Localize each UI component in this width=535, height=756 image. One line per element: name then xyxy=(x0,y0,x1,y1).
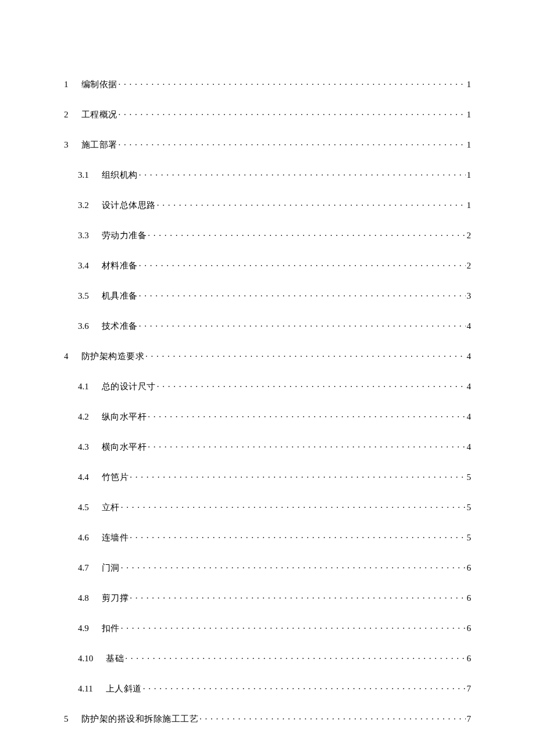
toc-entry-page: 6 xyxy=(467,623,472,633)
toc-entry-title: 施工部署 xyxy=(81,139,117,150)
toc-entry-number: 3.2 xyxy=(78,200,102,210)
toc-leader-dots xyxy=(119,78,466,87)
toc-entry-page: 4 xyxy=(467,442,472,452)
toc-entry: 4防护架构造要求4 xyxy=(64,350,471,361)
toc-entry-title: 工程概况 xyxy=(81,109,117,120)
toc-entry: 3.1组织机构1 xyxy=(78,169,471,180)
toc-entry-title: 设计总体思路 xyxy=(102,200,156,210)
toc-leader-dots xyxy=(139,290,466,299)
toc-leader-dots xyxy=(157,199,466,208)
toc-entry-page: 2 xyxy=(467,260,472,271)
toc-entry-number: 3 xyxy=(64,139,81,150)
toc-leader-dots xyxy=(125,653,465,661)
toc-entry: 4.5立杆5 xyxy=(78,501,471,513)
toc-entry: 4.9扣件6 xyxy=(78,622,471,633)
toc-entry-page: 4 xyxy=(467,411,472,422)
toc-entry-page: 2 xyxy=(467,230,472,241)
toc-entry-number: 4.11 xyxy=(78,683,106,694)
toc-entry-title: 横向水平杆 xyxy=(102,442,147,452)
toc-leader-dots xyxy=(130,471,465,480)
toc-entry-title: 立杆 xyxy=(102,502,120,513)
toc-entry-page: 5 xyxy=(467,472,472,482)
toc-entry-number: 4.9 xyxy=(78,623,102,633)
toc-entry-title: 基础 xyxy=(106,653,124,664)
toc-entry: 4.4竹笆片5 xyxy=(78,471,471,482)
toc-leader-dots xyxy=(148,230,465,238)
toc-entry-page: 1 xyxy=(467,109,472,120)
toc-entry: 3.2设计总体思路1 xyxy=(78,199,471,210)
toc-entry-page: 4 xyxy=(467,351,472,361)
toc-entry-page: 3 xyxy=(467,291,472,301)
toc-leader-dots xyxy=(143,683,466,691)
toc-entry-number: 4.3 xyxy=(78,442,102,452)
toc-entry-title: 纵向水平杆 xyxy=(102,411,147,422)
toc-entry-title: 连墙件 xyxy=(102,532,129,543)
toc-entry-page: 7 xyxy=(467,683,472,694)
toc-entry-number: 5 xyxy=(64,714,81,724)
toc-entry-number: 4.4 xyxy=(78,472,102,482)
toc-entry: 4.1总的设计尺寸4 xyxy=(78,381,471,392)
toc-entry: 4.7门洞6 xyxy=(78,562,471,573)
toc-entry-number: 3.1 xyxy=(78,170,102,180)
toc-entry-page: 7 xyxy=(467,714,472,724)
toc-entry: 4.2纵向水平杆4 xyxy=(78,411,471,422)
toc-leader-dots xyxy=(148,411,465,420)
toc-entry: 3.3劳动力准备2 xyxy=(78,230,471,241)
toc-entry-title: 组织机构 xyxy=(102,170,138,180)
toc-leader-dots xyxy=(139,260,466,268)
toc-entry-title: 编制依据 xyxy=(81,79,117,89)
toc-entry-page: 6 xyxy=(467,653,472,664)
toc-entry-title: 劳动力准备 xyxy=(102,230,147,241)
toc-entry-number: 4 xyxy=(64,351,81,361)
toc-entry-title: 技术准备 xyxy=(102,321,138,331)
toc-entry-number: 2 xyxy=(64,109,81,120)
toc-entry-title: 扣件 xyxy=(102,623,120,633)
toc-entry-number: 4.10 xyxy=(78,653,106,664)
toc-entry-number: 3.3 xyxy=(78,230,102,241)
toc-entry: 3施工部署1 xyxy=(64,139,471,150)
toc-entry-title: 竹笆片 xyxy=(102,472,129,482)
toc-entry-page: 4 xyxy=(467,381,472,392)
toc-entry-number: 4.1 xyxy=(78,381,102,392)
toc-entry-number: 3.6 xyxy=(78,321,102,331)
toc-entry-title: 剪刀撑 xyxy=(102,593,129,603)
toc-leader-dots xyxy=(121,622,466,631)
toc-page: 1编制依据12工程概况13施工部署13.1组织机构13.2设计总体思路13.3劳… xyxy=(0,0,535,756)
toc-entry: 3.4材料准备2 xyxy=(78,260,471,271)
toc-leader-dots xyxy=(145,350,466,359)
toc-entry-number: 3.5 xyxy=(78,291,102,301)
toc-entry: 5防护架的搭设和拆除施工工艺7 xyxy=(64,713,471,724)
toc-entry-page: 6 xyxy=(467,593,472,603)
toc-leader-dots xyxy=(199,713,466,722)
toc-entry: 4.11上人斜道7 xyxy=(78,683,471,694)
toc-leader-dots xyxy=(121,562,466,571)
toc-entry: 3.5机具准备3 xyxy=(78,290,471,301)
toc-entry-number: 4.6 xyxy=(78,532,102,543)
toc-entry-title: 门洞 xyxy=(102,562,120,573)
toc-leader-dots xyxy=(139,320,466,329)
toc-entry: 2工程概况1 xyxy=(64,109,471,120)
toc-leader-dots xyxy=(130,532,465,540)
toc-entry: 1编制依据1 xyxy=(64,78,471,89)
toc-entry-number: 4.2 xyxy=(78,411,102,422)
toc-entry-page: 1 xyxy=(467,139,472,150)
toc-entry-page: 4 xyxy=(467,321,472,331)
toc-entry-page: 1 xyxy=(467,170,472,180)
toc-entry-page: 5 xyxy=(467,502,472,513)
toc-entry-page: 1 xyxy=(467,79,472,89)
toc-entry-title: 上人斜道 xyxy=(106,683,142,694)
toc-entry-title: 防护架构造要求 xyxy=(81,351,145,361)
toc-entry-number: 1 xyxy=(64,79,81,89)
toc-entry-page: 5 xyxy=(467,532,472,543)
table-of-contents: 1编制依据12工程概况13施工部署13.1组织机构13.2设计总体思路13.3劳… xyxy=(64,78,471,724)
toc-entry-title: 材料准备 xyxy=(102,260,138,271)
toc-entry: 4.8剪刀撑6 xyxy=(78,592,471,603)
toc-entry: 4.3横向水平杆4 xyxy=(78,441,471,452)
toc-entry-number: 3.4 xyxy=(78,260,102,271)
toc-leader-dots xyxy=(119,109,466,117)
toc-leader-dots xyxy=(139,169,466,178)
toc-leader-dots xyxy=(148,441,465,450)
toc-entry-page: 6 xyxy=(467,562,472,573)
toc-leader-dots xyxy=(157,381,466,389)
toc-entry: 4.10基础6 xyxy=(78,653,471,664)
